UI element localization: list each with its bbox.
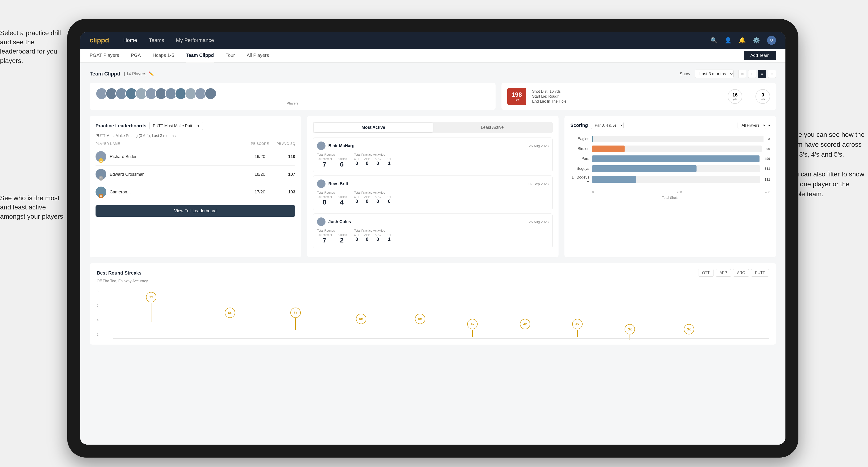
player-2-score: 18/20	[248, 172, 272, 177]
subnav-hcaps[interactable]: Hcaps 1-5	[153, 49, 174, 62]
pac-header-1: Blair McHarg 26 Aug 2023	[317, 142, 549, 150]
yard-end-unit: yds	[761, 98, 765, 100]
bell-icon[interactable]: 🔔	[739, 37, 746, 44]
team-header: Team Clippd | 14 Players ✏️ Show Last 3 …	[90, 69, 776, 78]
shot-start-lie: Start Lie: Rough	[532, 94, 566, 99]
putt-value-3: 1	[385, 237, 393, 242]
streak-filter-putt[interactable]: PUTT	[751, 269, 769, 277]
ott-stat-1: OTT 0	[354, 157, 360, 166]
streak-stem-6x-1	[230, 318, 230, 330]
streak-dot-circle-3x-1[interactable]: 3x	[625, 324, 635, 335]
tournament-value-1: 7	[317, 161, 332, 168]
streaks-title: Best Round Streaks	[97, 270, 698, 276]
subnav-all-players[interactable]: All Players	[247, 49, 269, 62]
pac-avatar-2	[317, 180, 326, 188]
streak-dot-circle-4x-3[interactable]: 4x	[572, 319, 583, 329]
practice-activities-group-2: Total Practice Activities OTT 0 APP 0	[354, 191, 393, 206]
bar-row-birdies: Birdies 96	[570, 146, 770, 152]
grid-small-btn[interactable]: ⊞	[738, 70, 746, 78]
pac-stats-1: Total Rounds Tournament 7 Practice 6	[317, 153, 549, 168]
chart-grid	[113, 287, 769, 339]
streak-filter-ott[interactable]: OTT	[698, 269, 714, 277]
streak-dot-6x-2: 6x	[290, 308, 301, 330]
streak-dot-circle-3x-2[interactable]: 3x	[684, 324, 694, 335]
subnav-pgat[interactable]: PGAT Players	[90, 49, 119, 62]
yard-end-circle: 0 yds	[755, 89, 770, 104]
drill-select[interactable]: PUTT Must Make Putt... ▾	[149, 122, 203, 130]
player-1-name: Richard Butler	[110, 154, 248, 159]
streak-dot-circle-4x-2[interactable]: 4x	[520, 319, 530, 329]
yard-start-unit: yds	[733, 98, 737, 100]
nav-my-performance[interactable]: My Performance	[176, 37, 214, 43]
subnav-pga[interactable]: PGA	[131, 49, 141, 62]
view-icons: ⊞ ⊟ ≡ ↕	[738, 70, 776, 78]
pac-name-1: Blair McHarg	[328, 144, 529, 148]
nav-links: Home Teams My Performance	[123, 37, 710, 43]
settings-icon[interactable]: ⚙️	[753, 37, 760, 44]
streak-dot-circle-5x-2[interactable]: 5x	[415, 314, 425, 324]
tournament-label-1: Tournament	[317, 157, 332, 161]
par-filter-select[interactable]: Par 3, 4 & 5s Par 3s Par 4s Par 5s	[591, 122, 624, 129]
streak-dot-circle-6x-2[interactable]: 6x	[290, 308, 301, 318]
putt-stat-2: PUTT 0	[385, 195, 393, 204]
annotation-right: Here you can see how the team have score…	[788, 130, 868, 199]
subnav-tour[interactable]: Tour	[226, 49, 235, 62]
streak-dot-circle-4x-1[interactable]: 4x	[467, 319, 478, 329]
streak-stem-3x-2	[689, 335, 689, 340]
tournament-stat-3: Tournament 7	[317, 233, 332, 244]
person-icon[interactable]: 👤	[724, 37, 732, 44]
user-avatar[interactable]: U	[767, 36, 776, 45]
streak-dot-circle-6x-1[interactable]: 6x	[225, 308, 235, 318]
grid-large-btn[interactable]: ⊟	[748, 70, 756, 78]
date-range-select[interactable]: Last 3 months Last 6 months Last year	[695, 69, 734, 78]
list-btn[interactable]: ≡	[758, 70, 766, 78]
nav-teams[interactable]: Teams	[149, 37, 164, 43]
app-stat-3: APP 0	[365, 233, 370, 242]
streak-dot-5x-2: 5x	[415, 314, 425, 334]
streak-filter-app[interactable]: APP	[716, 269, 731, 277]
navbar-icons: 🔍 👤 🔔 ⚙️ U	[710, 36, 776, 45]
shot-info-card: 198 SC Shot Dist: 16 yds Start Lie: Roug…	[501, 83, 776, 110]
players-avatars-row	[96, 88, 490, 100]
navbar: clippd Home Teams My Performance 🔍 👤 🔔 ⚙…	[80, 32, 785, 49]
pac-date-2: 02 Sep 2023	[529, 182, 549, 186]
player-chip-12[interactable]	[205, 88, 217, 100]
player-2-name: Edward Crossman	[110, 172, 248, 177]
player-2-avatar-wrap: 2	[96, 169, 106, 180]
chevron-down-icon: ▾	[197, 123, 199, 128]
streaks-subtitle: Off The Tee, Fairway Accuracy	[97, 279, 769, 283]
bar-track-double-bogeys	[592, 176, 760, 183]
nav-home[interactable]: Home	[123, 37, 137, 43]
streak-filter-arg[interactable]: ARG	[733, 269, 749, 277]
tournament-stat-1: Tournament 7	[317, 157, 332, 168]
pac-date-3: 26 Aug 2023	[529, 220, 549, 224]
add-team-button[interactable]: Add Team	[744, 51, 776, 60]
annotation-top-left: Select a practice drill and see the lead…	[0, 28, 68, 65]
leaderboard-row-3: 3 Cameron... 17/20 103	[96, 183, 295, 201]
streak-dot-circle-7x-1[interactable]: 7x	[146, 292, 156, 302]
bar-label-eagles: Eagles	[570, 137, 589, 141]
view-full-leaderboard-button[interactable]: View Full Leaderboard	[96, 205, 295, 217]
rank-badge-2: 2	[99, 176, 103, 181]
chart-btn[interactable]: ↕	[768, 70, 776, 78]
streak-dot-circle-5x-1[interactable]: 5x	[356, 314, 366, 324]
player-1-avatar-wrap: 1	[96, 151, 106, 162]
bar-track-birdies	[592, 146, 762, 152]
shot-dist: Shot Dist: 16 yds	[532, 89, 566, 94]
edit-icon[interactable]: ✏️	[149, 71, 154, 76]
tournament-stat-2: Tournament 8	[317, 195, 332, 206]
total-rounds-group-1: Total Rounds Tournament 7 Practice 6	[317, 153, 347, 168]
arg-value-3: 0	[375, 237, 381, 242]
rounds-row-1: Tournament 7 Practice 6	[317, 157, 347, 168]
team-count: | 14 Players	[124, 71, 146, 76]
bar-fill-pars	[592, 155, 760, 162]
tab-most-active[interactable]: Most Active	[314, 123, 433, 132]
practice-value-3: 2	[337, 237, 347, 244]
subnav-team-clippd[interactable]: Team Clippd	[186, 49, 214, 62]
app-stat-1: APP 0	[365, 157, 370, 166]
bar-row-bogeys: Bogeys 311	[570, 165, 770, 172]
search-icon[interactable]: 🔍	[710, 37, 717, 44]
tab-least-active[interactable]: Least Active	[433, 123, 552, 132]
player-filter-select[interactable]: All Players	[738, 122, 766, 129]
practice-activities-label-2: Total Practice Activities	[354, 191, 393, 194]
